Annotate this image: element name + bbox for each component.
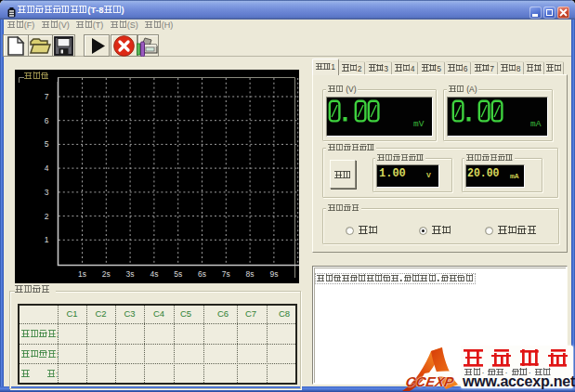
svg-text:2s: 2s (102, 269, 111, 279)
svg-text:2: 2 (45, 212, 49, 221)
svg-text:5s: 5s (174, 269, 182, 279)
svg-text:4s: 4s (150, 269, 158, 279)
svg-text:1: 1 (45, 235, 49, 244)
svg-text:6: 6 (45, 116, 49, 125)
svg-text:3s: 3s (126, 269, 135, 279)
svg-text:7s: 7s (222, 269, 230, 279)
svg-text:4: 4 (45, 163, 49, 173)
svg-text:7: 7 (45, 92, 49, 101)
svg-text:6s: 6s (198, 269, 206, 279)
svg-text:8s: 8s (246, 269, 255, 279)
svg-text:3: 3 (45, 188, 49, 197)
svg-text:5: 5 (45, 139, 49, 149)
svg-text:9s: 9s (269, 269, 278, 279)
svg-text:1s: 1s (78, 269, 86, 279)
